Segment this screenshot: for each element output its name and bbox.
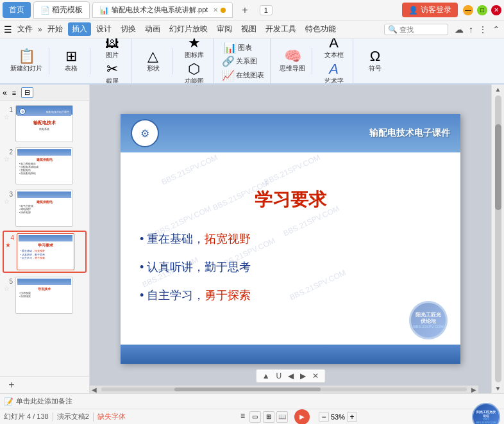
slide-header-title: 输配电技术电子课件 [369, 127, 450, 139]
nav-close-button[interactable]: ✕ [310, 371, 321, 381]
ribbon-group-image: 🖼 图片 ✂ 截屏 [93, 38, 131, 85]
view-name: 演示文稿2 [57, 412, 89, 421]
ribbon-group-symbol: Ω 符号 [356, 48, 394, 74]
online-chart-button[interactable]: 📈 在线图表 [220, 69, 266, 82]
nav-right-button[interactable]: ▶ [298, 371, 308, 381]
menu-special[interactable]: 特色功能 [301, 22, 340, 36]
tab-home[interactable]: 首页 [3, 2, 31, 18]
slide-item-3[interactable]: 3 ☆ 建筑供配电 • 电气主接线 • 继电保护 • 操作电源 [3, 188, 87, 228]
nav-down-button[interactable]: U [274, 371, 284, 381]
table-icon: ⊞ [65, 49, 77, 63]
zoom-level: 53% [331, 413, 345, 421]
image-button[interactable]: 🖼 图片 [103, 38, 122, 61]
scroll-track[interactable] [495, 95, 501, 382]
play-button[interactable]: ▶ [294, 409, 310, 425]
relation-icon: 🔗 [222, 55, 235, 67]
zoom-out-button[interactable]: − [319, 412, 329, 422]
menu-animation[interactable]: 动画 [141, 22, 164, 36]
login-button[interactable]: 👤 访客登录 [402, 3, 458, 17]
slide-star-3[interactable]: ☆ [4, 198, 13, 205]
slide-item-5[interactable]: 5 ☆ 导言技术 • 技术发展 • 应用场景 [3, 275, 87, 315]
hscroll-track[interactable] [101, 387, 467, 391]
menu-view[interactable]: 视图 [237, 22, 260, 36]
function-diagram-button[interactable]: ⬡ 功能图 [182, 61, 206, 85]
brand-area: 阳光工匠光伏论坛 2007 BBS.21SPV.COM [472, 403, 500, 425]
menu-transition[interactable]: 切换 [117, 22, 140, 36]
toolbar-icons: ☁ ↑ ⋮ ⌃ [455, 24, 500, 35]
minimize-button[interactable]: — [463, 5, 473, 15]
more-icon[interactable]: ⋮ [478, 24, 487, 35]
reader-view-button[interactable]: 📖 [276, 411, 288, 423]
smart-figure-button[interactable]: ⬢ 智能图形 [222, 38, 264, 40]
ribbon-group-table: ⊞ 表格 [52, 48, 90, 74]
collapse-panel-icon[interactable]: « [3, 88, 7, 97]
slide-view-btn[interactable]: ⊟ [21, 87, 33, 98]
file-close-icon[interactable]: ✕ [213, 6, 218, 13]
image-icon: 🖼 [105, 38, 119, 50]
nav-up-button[interactable]: ▲ [260, 371, 272, 381]
slide-star-5[interactable]: ☆ [4, 285, 13, 292]
logo-icon: ⚙ [140, 127, 149, 140]
slide-thumb-4: 学习要求 • 重在基础，拓宽视野 • 认真听讲，勤于思考 • 自主学习，勇于探索 [17, 233, 74, 270]
hscroll-left-button[interactable]: ◀ [90, 386, 99, 393]
share-icon[interactable]: ↑ [469, 24, 473, 35]
font-warning[interactable]: 缺失字体 [97, 412, 126, 421]
menu-insert[interactable]: 插入 [68, 22, 91, 36]
slide-bullet-3: • 自主学习，勇于探索 [140, 288, 441, 303]
cloud-icon[interactable]: ☁ [455, 24, 464, 35]
table-button[interactable]: ⊞ 表格 [62, 48, 80, 74]
scroll-down-button[interactable]: ▼ [495, 385, 501, 392]
function-diagram-icon: ⬡ [188, 62, 200, 76]
slide-info: 幻灯片 4 / 138 [4, 412, 49, 421]
chart-button[interactable]: 📊 图表 [222, 41, 264, 54]
hamburger-icon[interactable]: ☰ [4, 24, 12, 35]
brand-label: 阳光工匠光伏论坛 [475, 410, 497, 418]
left-panel: « ≡ ⊟ 1 ☆ ⚙ 输配电技术电子课件 输配电技术 供电系统 [0, 85, 90, 393]
menu-review[interactable]: 审阅 [213, 22, 236, 36]
menu-slideshow[interactable]: 幻灯片放映 [165, 22, 212, 36]
close-button[interactable]: ✕ [491, 5, 501, 15]
shape-button[interactable]: △ 形状 [144, 48, 162, 74]
search-input[interactable] [399, 26, 444, 33]
new-slide-button[interactable]: 📋 新建幻灯片 [8, 48, 45, 74]
badge-brand-name: 阳光工匠光伏论坛 [414, 312, 443, 324]
screenshot-button[interactable]: ✂ 截屏 [103, 61, 121, 85]
slide-star-2[interactable]: ☆ [4, 156, 13, 163]
textbox-button[interactable]: A 文本框 [322, 38, 346, 61]
maximize-button[interactable]: □ [477, 5, 487, 15]
arttext-button[interactable]: A 艺术字 [322, 61, 346, 85]
add-note-text[interactable]: 单击此处添加备注 [16, 396, 72, 406]
menu-file[interactable]: 文件 [13, 22, 37, 36]
slides-list: 1 ☆ ⚙ 输配电技术电子课件 输配电技术 供电系统 2 [0, 101, 89, 376]
outline-view-btn[interactable]: ≡ [9, 88, 19, 98]
slide-item-1[interactable]: 1 ☆ ⚙ 输配电技术电子课件 输配电技术 供电系统 [3, 104, 87, 143]
menu-start[interactable]: 开始 [44, 22, 67, 36]
slide-item-2[interactable]: 2 ☆ 建筑供配电 • 电力系统概念 • 供配电系统组成 • 变配电所 • 低压… [3, 146, 87, 186]
zoom-in-button[interactable]: + [347, 412, 357, 422]
menu-design[interactable]: 设计 [92, 22, 115, 36]
normal-view-button[interactable]: ▭ [249, 411, 261, 423]
scroll-up-button[interactable]: ▲ [495, 86, 501, 93]
slide-num-2: 2 [4, 149, 13, 156]
grid-view-button[interactable]: ⊞ [263, 411, 274, 423]
slide-bullet-1: • 重在基础，拓宽视野 [140, 231, 441, 247]
add-slide-button[interactable]: + [4, 379, 19, 391]
ribbon-group-mindmap: 🧠 思维导图 [273, 48, 312, 74]
search-box[interactable]: 🔍 [384, 24, 448, 35]
icon-library-button[interactable]: ★ 图标库 [182, 38, 206, 61]
menu-developer[interactable]: 开发工具 [262, 22, 300, 36]
symbol-button[interactable]: Ω 符号 [366, 48, 384, 74]
slide-star-4[interactable]: ★ [5, 241, 14, 249]
expand-icon[interactable]: ⌃ [492, 24, 500, 35]
textbox-icon: A [329, 38, 339, 50]
mindmap-button[interactable]: 🧠 思维导图 [277, 48, 308, 74]
tab-template[interactable]: 📄 稻壳模板 [33, 1, 90, 19]
tab-file[interactable]: 📊 输配电技术之供电系统讲解.ppt ✕ [92, 2, 233, 18]
slide-star-1[interactable]: ☆ [4, 113, 13, 120]
slide-item-4[interactable]: 4 ★ 学习要求 • 重在基础，拓宽视野 • 认真听讲，勤于思考 • 自主学习，… [3, 231, 87, 273]
shape-icon: △ [147, 49, 158, 63]
relation-button[interactable]: 🔗 关系图 [220, 54, 266, 68]
hscroll-right-button[interactable]: ▶ [469, 386, 478, 393]
nav-left-button[interactable]: ◀ [286, 371, 296, 381]
add-tab-button[interactable]: + [235, 2, 254, 19]
